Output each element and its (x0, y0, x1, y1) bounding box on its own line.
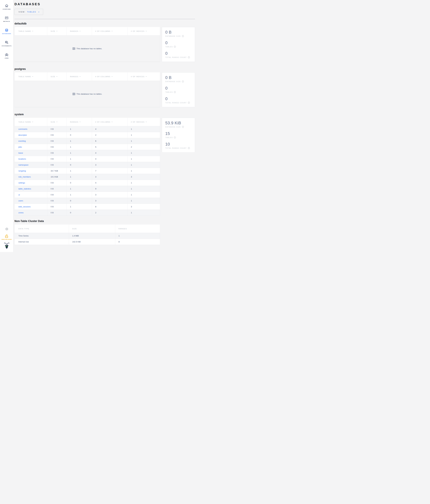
table-name-link[interactable]: users (18, 200, 23, 202)
size-cell: 0 B (47, 204, 67, 210)
sidebar-item-metrics[interactable]: METRICS (0, 13, 13, 25)
size-cell: 1.4 MiB (69, 233, 115, 239)
ranges-cell: 1 (67, 186, 92, 192)
table-name-link[interactable]: ui (18, 194, 20, 196)
table-name-link[interactable]: rangelog (18, 170, 26, 172)
sidebar-item-label: METRICS (3, 21, 10, 22)
sort-arrow-icon: ▼ (111, 30, 113, 32)
info-icon[interactable] (188, 56, 190, 58)
sidebar-item-overview[interactable]: OVERVIEW (0, 0, 13, 13)
size-cell: 0 B (47, 162, 67, 168)
sidebar-item-databases[interactable]: DATABASES (0, 25, 13, 37)
tables-table: TABLE NAME▼ SIZE▼ RANGES▼ # OF COLUMNS▼ … (15, 118, 160, 216)
info-icon[interactable] (174, 46, 176, 48)
columns-cell: 3 (92, 198, 128, 204)
ranges-cell: 0 (67, 198, 92, 204)
tables-count-value: 15 (165, 131, 192, 136)
column-header-ranges[interactable]: RANGES▼ (67, 118, 92, 126)
column-header--of-columns[interactable]: # OF COLUMNS▼ (92, 27, 128, 35)
table-name-link[interactable]: settings (18, 182, 25, 184)
column-header--of-indices[interactable]: # OF INDICES▼ (128, 27, 160, 35)
sidebar-item-label: DATABASES (2, 33, 11, 34)
sidebar-item-jobs[interactable]: JOBS (0, 50, 13, 62)
column-header-size[interactable]: SIZE▼ (47, 118, 67, 126)
table-name-link[interactable]: locations (18, 158, 26, 160)
table-row: Internal Use 142.5 KiB 8 (15, 239, 160, 245)
sidebar-item-statements[interactable]: STATEMENTS (0, 37, 13, 50)
column-header--of-indices[interactable]: # OF INDICES▼ (128, 118, 160, 126)
info-icon[interactable] (174, 91, 176, 93)
database-section-defaultdb: defaultdb TABLE NAME▼ SIZE▼ RANGES▼ # OF… (15, 22, 195, 62)
info-icon[interactable] (182, 81, 184, 82)
sort-arrow-icon: ▼ (32, 76, 34, 77)
table-name-link[interactable]: jobs (18, 146, 22, 148)
columns-cell: 6 (92, 138, 128, 144)
info-icon[interactable] (174, 136, 176, 139)
view-dropdown[interactable]: VIEW: TABLES ▼ (15, 9, 43, 15)
column-header-size[interactable]: SIZE▼ (47, 72, 67, 81)
columns-cell: 3 (92, 192, 128, 198)
ranges-cell: 1 (67, 138, 92, 144)
database-stats-card: 0 B DATABASE SIZE 0 TABLES 0 TOTAL RANGE… (162, 27, 195, 62)
columns-cell: 4 (92, 150, 128, 156)
column-header--of-indices[interactable]: # OF INDICES▼ (128, 72, 160, 81)
ranges-cell: 1 (67, 150, 92, 156)
size-cell: 0 B (47, 210, 67, 216)
home-icon (5, 4, 9, 8)
columns-cell: 3 (92, 174, 128, 180)
range-count-value: 0 (165, 51, 192, 56)
column-header--of-columns[interactable]: # OF COLUMNS▼ (92, 118, 128, 126)
table-row: rangelog 34.7 KiB 1 7 1 (15, 168, 160, 174)
column-header-size[interactable]: SIZE▼ (47, 27, 67, 35)
table-grid-icon (72, 47, 75, 50)
table-name-link[interactable]: namespace (18, 164, 28, 166)
databases-page: OVERVIEW METRICS DATABASES STATEMENTS JO… (0, 0, 215, 252)
column-header-ranges[interactable]: RANGES▼ (67, 72, 92, 81)
table-name-link[interactable]: web_sessions (18, 206, 31, 208)
range-count-label: TOTAL RANGE COUNT (165, 147, 192, 149)
size-cell: 142.5 KiB (69, 239, 115, 245)
size-cell: 0 B (47, 186, 67, 192)
header-divider (15, 19, 195, 19)
settings-button[interactable] (5, 227, 9, 232)
column-header-table-name[interactable]: TABLE NAME▼ (15, 72, 47, 81)
ranges-cell: 1 (67, 192, 92, 198)
table-name-link[interactable]: table_statistics (18, 188, 31, 190)
column-header--of-columns[interactable]: # OF COLUMNS▼ (92, 72, 128, 81)
column-header-table-name[interactable]: TABLE NAME▼ (15, 27, 47, 35)
table-name-link[interactable]: eventlog (18, 140, 26, 142)
indices-cell: 1 (128, 156, 160, 162)
columns-cell: 5 (92, 144, 128, 150)
range-count-value: 0 (165, 97, 192, 101)
column-header-table-name[interactable]: TABLE NAME▼ (15, 118, 47, 126)
info-icon[interactable] (182, 35, 184, 37)
tables-table: TABLE NAME▼ SIZE▼ RANGES▼ # OF COLUMNS▼ … (15, 27, 160, 62)
table-name-link[interactable]: comments (18, 128, 27, 130)
info-icon[interactable] (188, 147, 190, 149)
sidebar-item-label: JOBS (5, 57, 9, 59)
table-grid-icon (72, 93, 75, 95)
indices-cell: 1 (128, 210, 160, 216)
info-icon[interactable] (188, 102, 190, 104)
non-table-section-title: Non-Table Cluster Data (15, 220, 195, 223)
sort-arrow-icon: ▼ (56, 121, 58, 122)
indices-cell: 1 (128, 150, 160, 156)
tables-count-label: TABLES (165, 136, 192, 139)
ranges-cell: 1 (67, 168, 92, 174)
column-header-ranges[interactable]: RANGES▼ (67, 27, 92, 35)
table-name-link[interactable]: zones (18, 212, 24, 214)
sort-arrow-icon: ▼ (56, 30, 58, 32)
table-name-link[interactable]: descriptor (18, 134, 27, 136)
view-dropdown-value: TABLES (27, 11, 36, 13)
info-icon[interactable] (182, 126, 184, 128)
insecure-mode-indicator[interactable]: INSECURE MODE (1, 234, 12, 240)
size-cell: 0 B (47, 132, 67, 138)
ranges-cell: 1 (67, 144, 92, 150)
jobs-icon (5, 53, 9, 56)
table-name-link[interactable]: role_members (18, 176, 31, 178)
table-name-link[interactable]: lease (18, 152, 23, 154)
sort-arrow-icon: ▼ (80, 121, 81, 122)
tables-count-label: TABLES (165, 46, 192, 48)
metrics-icon (5, 16, 9, 20)
table-row: web_sessions 0 B 1 8 3 (15, 204, 160, 210)
